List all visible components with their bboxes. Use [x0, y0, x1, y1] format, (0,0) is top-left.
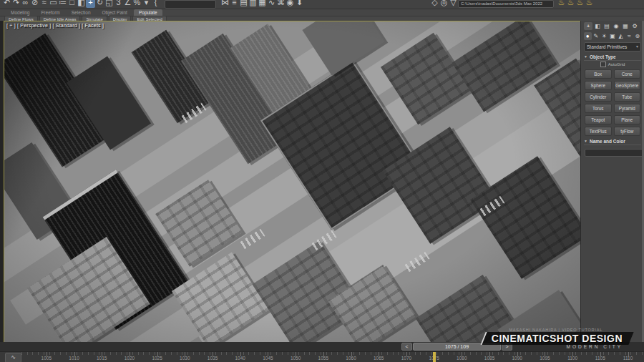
select-and-scale-icon[interactable]: ◱: [104, 0, 114, 8]
align-icon[interactable]: ≡: [230, 0, 239, 8]
render-setup-teapot-icon[interactable]: ♨: [557, 0, 566, 8]
select-object-icon[interactable]: ▭: [49, 0, 58, 8]
ruler-tick-label: 1050: [286, 356, 305, 361]
mini-curve-editor-button[interactable]: ∿: [5, 353, 21, 362]
helpers-category[interactable]: ◭: [617, 32, 625, 40]
object-type-button-teapot[interactable]: Teapot: [585, 115, 612, 124]
motion-tab[interactable]: ◉: [612, 22, 620, 30]
utilities-tab[interactable]: ⚙: [630, 22, 639, 30]
ribbon-tab-object-paint[interactable]: Object Paint: [97, 9, 132, 16]
cameras-category[interactable]: ▣: [609, 32, 617, 40]
render-production-teapot-icon[interactable]: ♨: [575, 0, 585, 8]
name-and-color-rollout-header[interactable]: ▼ Name and Color: [584, 137, 641, 145]
ribbon-tab-modeling[interactable]: Modeling: [6, 9, 34, 16]
display-tab[interactable]: ▦: [621, 22, 630, 30]
object-type-button-plane[interactable]: Plane: [614, 115, 641, 124]
ruler-tick-label: 1095: [535, 356, 554, 361]
object-type-button-geosphere[interactable]: GeoSphere: [614, 81, 641, 90]
object-type-rollout-header[interactable]: ▼ Object Type: [584, 53, 641, 61]
time-slider-handle[interactable]: < 1075 / 109 >: [401, 343, 512, 351]
object-name-input[interactable]: [585, 149, 644, 157]
current-frame-display[interactable]: 1075 / 109: [413, 343, 501, 351]
ruler-tick-label: 1060: [342, 356, 361, 361]
object-type-button-sphere[interactable]: Sphere: [585, 81, 612, 90]
lights-category[interactable]: ☀: [600, 32, 608, 40]
ribbon-tab-selection[interactable]: Selection: [67, 9, 96, 16]
object-type-button-torus[interactable]: Torus: [585, 104, 612, 113]
autogrid-checkbox[interactable]: [600, 62, 606, 67]
workspace-toggle-icon[interactable]: ◇: [430, 0, 439, 8]
spinner-snap-caret-icon[interactable]: ▾: [142, 0, 151, 8]
toolbar-icon-group-mid: ⋈≡▤▥▦∿⌘◉⬇: [220, 0, 304, 8]
snap-toggle-3d-icon[interactable]: 3: [114, 0, 123, 8]
ruler-tick-label: 1100: [563, 356, 582, 361]
object-type-button-tube[interactable]: Tube: [614, 92, 641, 102]
select-and-link-icon[interactable]: ∞: [21, 0, 30, 8]
space-warps-category[interactable]: ≈: [625, 32, 633, 40]
render-frame-teapot-icon[interactable]: ♨: [566, 0, 575, 8]
undo-icon[interactable]: ↶: [2, 0, 11, 8]
object-type-button-cylinder[interactable]: Cylinder: [585, 92, 612, 102]
frame-ruler[interactable]: 1005101010151020102510301035104010451050…: [21, 352, 644, 362]
isolate-selection-icon[interactable]: ◎: [439, 0, 449, 8]
object-type-button-textplus[interactable]: TextPlus: [585, 127, 612, 136]
select-and-rotate-icon[interactable]: ↻: [95, 0, 104, 8]
object-type-button-box[interactable]: Box: [585, 69, 612, 79]
rollout-arrow-icon: ▼: [584, 54, 587, 59]
redo-icon[interactable]: ↷: [11, 0, 21, 8]
object-type-button-pyramid[interactable]: Pyramid: [614, 104, 641, 113]
toggle-layer-explorer-icon[interactable]: ▥: [248, 0, 258, 8]
percent-snap-icon[interactable]: %: [132, 0, 142, 8]
unlink-selection-icon[interactable]: ⊘: [30, 0, 39, 8]
current-frame-marker[interactable]: [433, 352, 436, 362]
previous-frame-button[interactable]: <: [401, 343, 412, 351]
next-frame-button[interactable]: >: [502, 343, 512, 351]
select-region-icon[interactable]: □: [67, 0, 77, 8]
create-tab[interactable]: +: [584, 22, 592, 30]
primitive-category-dropdown[interactable]: Standard Primitives ▾: [584, 42, 641, 52]
display-filter-icon[interactable]: ▽: [449, 0, 458, 8]
bind-to-space-warp-icon[interactable]: ≈: [39, 0, 49, 8]
edit-named-selection-sets-icon[interactable]: {: [151, 0, 160, 8]
arrow-down-icon[interactable]: ⬇: [295, 0, 304, 8]
toggle-scene-explorer-icon[interactable]: ▤: [239, 0, 248, 8]
ribbon-tab-populate[interactable]: Populate: [134, 9, 162, 16]
window-crossing-icon[interactable]: ◧: [77, 0, 86, 8]
3ds-max-window: ↶↷∞⊘≈▭≔□◧+↻◱3∠%▾{ ⋈≡▤▥▦∿⌘◉⬇ ◇◎▽ C:\Users…: [0, 0, 644, 362]
viewport-label[interactable]: [ + ] [ Perspective ] [ Standard ] [ Fac…: [6, 23, 104, 28]
modify-tab[interactable]: ◧: [593, 22, 602, 30]
toolbar-icon-group-left: ↶↷∞⊘≈▭≔□◧+↻◱3∠%▾{: [2, 0, 160, 8]
select-and-move-icon[interactable]: +: [86, 0, 95, 8]
toggle-ribbon-icon[interactable]: ▦: [258, 0, 267, 8]
named-selection-set-dropdown[interactable]: [165, 0, 216, 9]
ribbon-tab-freeform[interactable]: Freeform: [36, 9, 64, 16]
hierarchy-tab[interactable]: ▤: [602, 22, 611, 30]
shapes-category[interactable]: ✎: [592, 32, 600, 40]
ruler-tick-label: 1110: [619, 356, 638, 361]
ruler-tick-label: 1105: [591, 356, 610, 361]
mirror-icon[interactable]: ⋈: [220, 0, 230, 8]
curve-editor-icon[interactable]: ∿: [267, 0, 276, 8]
viewport-scene[interactable]: [4, 21, 580, 342]
command-panel: +◧▤◉▦⚙ ●✎☀▣◭≈⊛ Standard Primitives ▾ ▼ O…: [580, 21, 644, 342]
select-by-name-icon[interactable]: ≔: [58, 0, 67, 8]
name-and-color-rollout-title: Name and Color: [590, 139, 625, 144]
autogrid-label: AutoGrid: [608, 62, 625, 67]
time-slider-track[interactable]: < 1075 / 109 >: [0, 342, 644, 352]
angle-snap-icon[interactable]: ∠: [123, 0, 132, 8]
project-folder-dropdown[interactable]: C:\Users\inadas\Documents\3ds Max 2022: [458, 0, 554, 8]
material-editor-icon[interactable]: ◉: [286, 0, 295, 8]
ruler-tick-label: 1090: [508, 356, 527, 361]
schematic-view-icon[interactable]: ⌘: [276, 0, 286, 8]
geometry-category[interactable]: ●: [584, 32, 592, 40]
systems-category[interactable]: ⊛: [633, 32, 641, 40]
object-type-button-tyflow[interactable]: tyFlow: [614, 127, 641, 136]
track-bar[interactable]: ∿ 10051010101510201025103010351040104510…: [0, 352, 644, 362]
create-category-tabs: ●✎☀▣◭≈⊛: [581, 31, 644, 41]
timeline: < 1075 / 109 > ∿ 10051010101510201025103…: [0, 342, 644, 362]
object-type-button-cone[interactable]: Cone: [614, 69, 641, 79]
building-block[interactable]: [497, 290, 580, 342]
perspective-viewport[interactable]: [ + ] [ Perspective ] [ Standard ] [ Fac…: [4, 21, 581, 343]
primitive-category-value: Standard Primitives: [587, 43, 627, 51]
render-iterative-teapot-icon[interactable]: ♨: [585, 0, 594, 8]
